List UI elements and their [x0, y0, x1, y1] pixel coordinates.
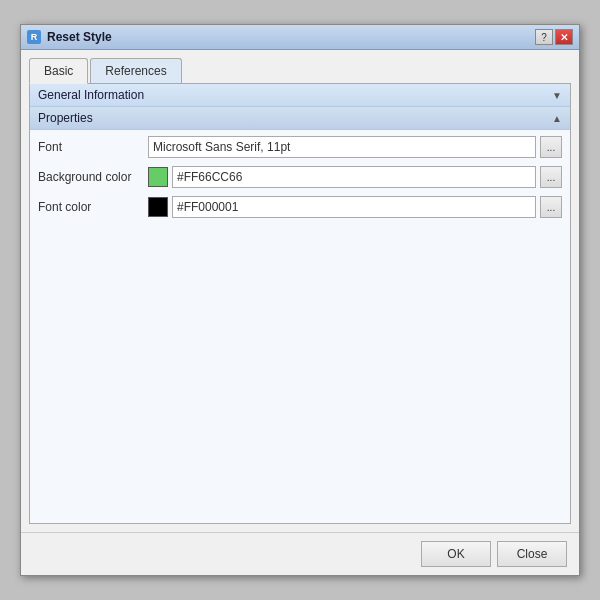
font-color-value-container: ...: [148, 196, 562, 218]
footer: OK Close: [21, 532, 579, 575]
window-body: Basic References General Information ▼ P…: [21, 50, 579, 532]
properties-arrow: ▲: [552, 113, 562, 124]
font-color-input[interactable]: [172, 196, 536, 218]
tab-bar: Basic References: [29, 58, 571, 84]
background-color-value-container: ...: [148, 166, 562, 188]
font-input[interactable]: [148, 136, 536, 158]
tab-references[interactable]: References: [90, 58, 181, 83]
background-color-label: Background color: [38, 170, 148, 184]
general-information-arrow: ▼: [552, 90, 562, 101]
background-color-swatch: [148, 167, 168, 187]
font-color-label: Font color: [38, 200, 148, 214]
title-bar: R Reset Style ? ✕: [21, 25, 579, 50]
close-x-button[interactable]: ✕: [555, 29, 573, 45]
close-button[interactable]: Close: [497, 541, 567, 567]
window-icon: R: [27, 30, 41, 44]
background-color-input[interactable]: [172, 166, 536, 188]
content-area: General Information ▼ Properties ▲ Font …: [29, 84, 571, 524]
font-label: Font: [38, 140, 148, 154]
properties-header[interactable]: Properties ▲: [30, 107, 570, 130]
title-buttons: ? ✕: [535, 29, 573, 45]
properties-label: Properties: [38, 111, 93, 125]
background-color-row: Background color ...: [38, 166, 562, 188]
font-color-browse-button[interactable]: ...: [540, 196, 562, 218]
font-browse-button[interactable]: ...: [540, 136, 562, 158]
title-bar-left: R Reset Style: [27, 30, 112, 44]
general-information-header[interactable]: General Information ▼: [30, 84, 570, 107]
window-title: Reset Style: [47, 30, 112, 44]
tab-basic[interactable]: Basic: [29, 58, 88, 84]
font-color-swatch: [148, 197, 168, 217]
ok-button[interactable]: OK: [421, 541, 491, 567]
dialog-window: R Reset Style ? ✕ Basic References Gener…: [20, 24, 580, 576]
background-color-browse-button[interactable]: ...: [540, 166, 562, 188]
help-button[interactable]: ?: [535, 29, 553, 45]
font-color-row: Font color ...: [38, 196, 562, 218]
properties-grid: Font ... Background color ...: [30, 130, 570, 232]
font-row: Font ...: [38, 136, 562, 158]
general-information-label: General Information: [38, 88, 144, 102]
font-value-container: ...: [148, 136, 562, 158]
